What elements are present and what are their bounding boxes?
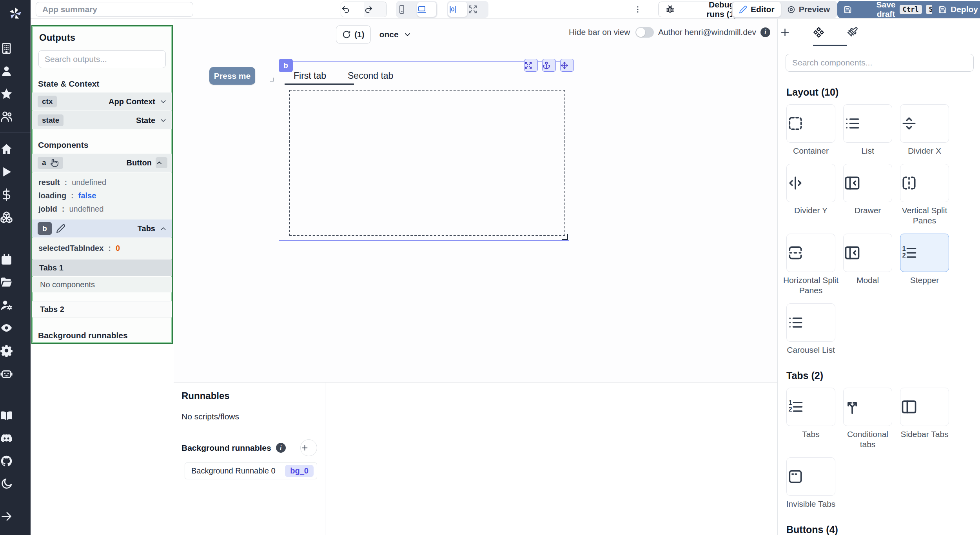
runnables-title: Runnables	[181, 390, 317, 401]
background-runnable-row[interactable]: Background Runnable 0 bg_0	[185, 462, 317, 479]
schedule-dropdown[interactable]: once	[379, 30, 412, 39]
sidebar-item-eye[interactable]	[0, 316, 31, 339]
dollar-icon	[0, 188, 31, 201]
sidebar-item-boxes[interactable]	[0, 206, 31, 229]
sidebar-item-robot[interactable]	[0, 362, 31, 384]
undo-button[interactable]	[341, 2, 364, 17]
sidebar-item-user-cog[interactable]	[0, 294, 31, 316]
sidebar-item-play[interactable]	[0, 160, 31, 183]
button-resize-handle[interactable]	[270, 78, 274, 82]
preview-icon	[787, 5, 795, 14]
sidebar-item-gear[interactable]	[0, 339, 31, 362]
tabs-component-selection[interactable]: b First tab Second tab	[279, 61, 569, 241]
sidebar-item-arrow-right[interactable]	[0, 505, 31, 528]
tab-dropzone[interactable]	[289, 90, 565, 236]
prop-result: result : undefined	[38, 176, 172, 189]
sidebar-divider	[0, 500, 31, 500]
palette-cell: 12Stepper	[900, 234, 949, 285]
expand-component-button[interactable]	[524, 59, 538, 72]
mobile-view-button[interactable]	[397, 2, 416, 17]
chevron-down-icon[interactable]	[159, 116, 167, 125]
component-card-vertical-split-panes[interactable]	[900, 164, 949, 202]
move-component-button[interactable]	[560, 59, 574, 72]
component-resize-handle[interactable]	[562, 234, 568, 240]
component-card-container[interactable]	[786, 104, 835, 143]
component-card-modal[interactable]	[843, 234, 892, 272]
component-card-label: Drawer	[839, 205, 896, 216]
discord-icon	[0, 432, 31, 445]
press-me-button[interactable]: Press me	[209, 67, 255, 85]
sidebar-item-calendar[interactable]	[0, 248, 31, 271]
redo-button[interactable]	[364, 2, 387, 17]
components-tab[interactable]	[813, 19, 847, 46]
layout-toggle-group	[447, 1, 488, 18]
first-tab[interactable]: First tab	[294, 71, 326, 81]
drawer-icon	[844, 174, 892, 192]
chevron-down-icon[interactable]	[159, 98, 167, 106]
more-menu-button[interactable]	[633, 3, 647, 16]
svg-text:1: 1	[902, 245, 906, 252]
component-card-horizontal-split-panes[interactable]	[786, 234, 835, 272]
component-card-divider-x[interactable]	[900, 104, 949, 143]
component-card-tabs[interactable]: 12	[786, 388, 835, 426]
sidebar-item-star[interactable]	[0, 82, 31, 105]
component-card-stepper[interactable]: 12	[900, 234, 949, 272]
tabs1-header[interactable]: Tabs 1	[32, 259, 172, 276]
tabs2-header[interactable]: Tabs 2	[32, 301, 172, 317]
outputs-search-input[interactable]	[38, 50, 166, 68]
editor-tab[interactable]: Editor	[733, 2, 781, 17]
windmill-logo[interactable]	[0, 0, 31, 24]
expand-icon	[524, 62, 537, 69]
sidebar-item-users[interactable]	[0, 105, 31, 128]
pencil-icon[interactable]	[56, 224, 65, 233]
component-a-row[interactable]: a Button	[32, 154, 172, 172]
component-b-row[interactable]: b Tabs	[32, 219, 172, 238]
hide-bar-toggle[interactable]	[635, 27, 654, 38]
component-card-drawer[interactable]	[843, 164, 892, 202]
add-runnable-button[interactable]	[300, 439, 317, 456]
center-layout-button[interactable]	[448, 2, 467, 17]
sidebar-item-dollar[interactable]	[0, 183, 31, 206]
chevron-up-icon[interactable]	[159, 225, 167, 233]
sidebar-item-book[interactable]	[0, 404, 31, 427]
component-card-invisible-tabs[interactable]	[786, 457, 835, 496]
components-search-input[interactable]	[786, 54, 974, 72]
refresh-count: (1)	[354, 30, 365, 39]
component-card-carousel-list[interactable]	[786, 303, 835, 342]
styling-tab[interactable]	[847, 19, 880, 46]
user-icon	[0, 65, 31, 78]
sidebar-item-folder[interactable]	[0, 271, 31, 294]
state-badge: state	[42, 116, 59, 125]
second-tab[interactable]: Second tab	[348, 71, 393, 81]
info-icon[interactable]	[276, 443, 286, 453]
deploy-button[interactable]: Deploy	[932, 1, 980, 18]
sidebar-item-discord[interactable]	[0, 427, 31, 450]
sidebar-divider	[0, 132, 31, 133]
app-sidebar	[0, 0, 31, 535]
component-card-list[interactable]	[843, 104, 892, 143]
preview-tab[interactable]: Preview	[781, 2, 836, 17]
align-center-icon	[448, 5, 467, 14]
sidebar-item-home[interactable]	[0, 138, 31, 160]
info-icon[interactable]	[760, 27, 770, 37]
component-card-conditional-tabs[interactable]	[843, 388, 892, 426]
anchor-component-button[interactable]	[542, 59, 556, 72]
refresh-button[interactable]: (1)	[336, 25, 371, 44]
laptop-icon	[417, 5, 436, 14]
desktop-view-button[interactable]	[417, 2, 436, 17]
collapse-a-button[interactable]	[156, 157, 167, 168]
sidebar-item-building[interactable]	[0, 37, 31, 60]
save-draft-button[interactable]: Save draft Ctrl S	[837, 1, 942, 18]
full-width-button[interactable]	[468, 2, 487, 17]
insert-tab[interactable]	[779, 19, 813, 46]
component-card-label: Conditional tabs	[839, 429, 896, 450]
sidebar-item-moon[interactable]	[0, 472, 31, 495]
tabs1-empty-label: No components	[32, 277, 172, 292]
component-card-divider-y[interactable]	[786, 164, 835, 202]
state-output-row[interactable]: state State	[32, 111, 172, 129]
ctx-output-row[interactable]: ctx App Context	[32, 92, 172, 111]
app-summary-input[interactable]	[36, 2, 193, 17]
sidebar-item-user[interactable]	[0, 60, 31, 82]
component-card-sidebar-tabs[interactable]	[900, 388, 949, 426]
sidebar-item-github[interactable]	[0, 450, 31, 472]
